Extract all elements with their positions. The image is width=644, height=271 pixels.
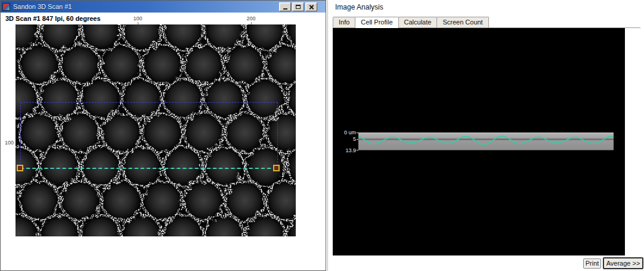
cell-profile-waveform [358, 136, 614, 144]
tab-screen-count[interactable]: Screen Count [436, 17, 488, 27]
tab-calculate[interactable]: Calculate [398, 17, 438, 27]
depth-axis-label-5: 5 [333, 136, 356, 142]
selection-rectangle[interactable] [20, 102, 278, 169]
image-analysis-panel: Image Analysis Info Cell Profile Calcula… [327, 0, 644, 271]
restore-icon [296, 5, 301, 9]
panel-title: Image Analysis [335, 3, 383, 11]
scan-title-label: 3D Scan #1 847 lpi, 60 degrees [5, 15, 101, 22]
minimize-button[interactable] [279, 2, 291, 11]
cell-profile-display: 0 um 5 13.9 [333, 28, 625, 255]
average-button[interactable]: Average >> [603, 257, 643, 269]
profile-line-handle-left[interactable] [17, 165, 23, 171]
ruler-left-tick-100: 100 [2, 140, 14, 146]
print-button[interactable]: Print [583, 258, 601, 269]
cell-profile-chart [358, 133, 614, 151]
profile-line-handle-right[interactable] [273, 165, 280, 171]
analysis-tabstrip: Info Cell Profile Calculate Screen Count [333, 17, 640, 28]
close-icon [309, 4, 314, 10]
scan-image[interactable] [16, 24, 296, 236]
scan-window-titlebar[interactable]: Sandon 3D Scan #1 [1, 1, 326, 13]
tab-info[interactable]: Info [333, 17, 355, 27]
app-icon [2, 3, 10, 11]
depth-axis-label-13.9: 13.9 [333, 147, 356, 153]
restore-button[interactable] [292, 2, 304, 11]
screenshot-root: Sandon 3D Scan #1 3D Scan #1 847 lpi, 60… [0, 0, 644, 271]
profile-strip [358, 133, 614, 150]
close-button[interactable] [305, 2, 317, 11]
minimize-icon [283, 8, 287, 10]
ruler-top-tick-200: 200 [242, 16, 260, 21]
scan-window-title: Sandon 3D Scan #1 [13, 3, 278, 10]
depth-axis-label-0um: 0 um [333, 130, 356, 136]
scan-window: Sandon 3D Scan #1 3D Scan #1 847 lpi, 60… [0, 0, 326, 271]
profile-measurement-line[interactable] [20, 168, 277, 169]
tab-cell-profile[interactable]: Cell Profile [355, 17, 398, 28]
ruler-top-tick-100: 100 [129, 16, 147, 21]
